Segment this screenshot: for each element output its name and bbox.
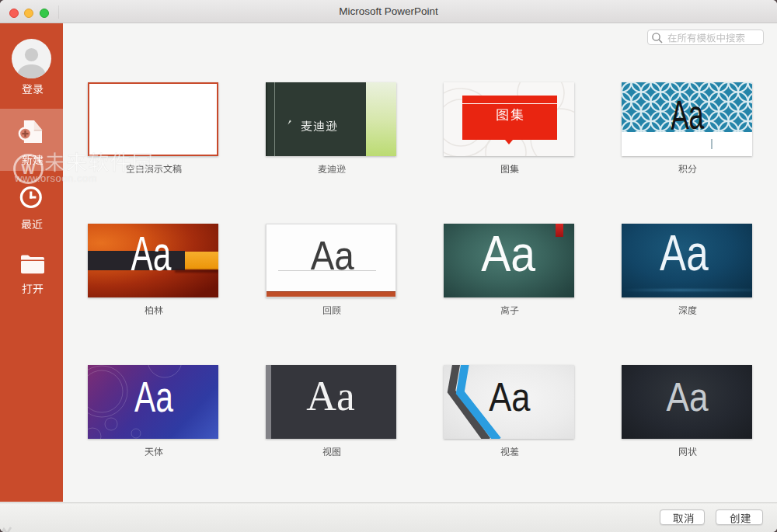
svg-text:Aa: Aa [311,233,354,278]
svg-text:Aa: Aa [306,372,355,419]
svg-text:Aa: Aa [670,91,705,132]
svg-text:Aa: Aa [666,374,708,419]
svg-text:Aa: Aa [131,226,172,280]
svg-text:Aa: Aa [489,374,530,419]
svg-text:Aa: Aa [481,226,535,282]
svg-text:Aa: Aa [134,373,173,421]
svg-text:Aa: Aa [660,225,709,281]
